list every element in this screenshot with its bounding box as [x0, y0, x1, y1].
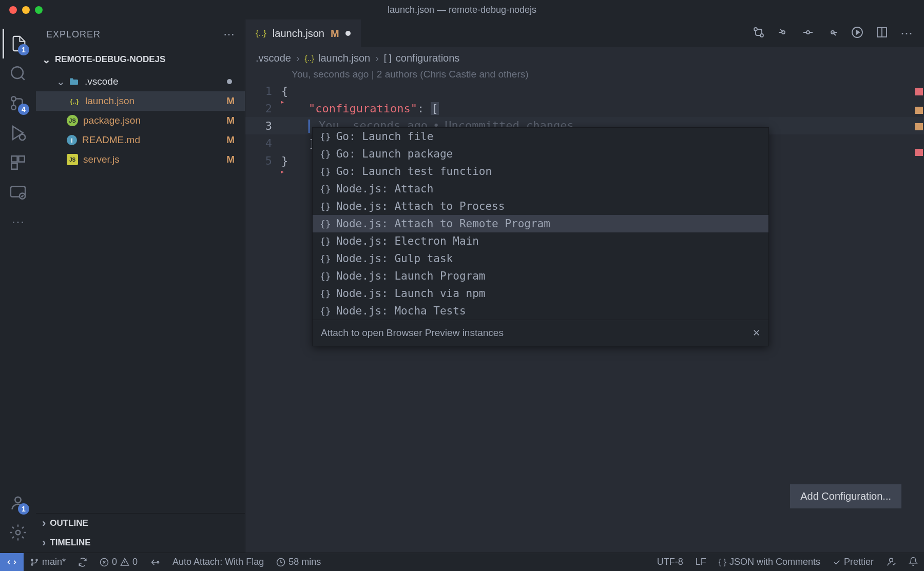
- tree-folder-vscode[interactable]: .vscode: [36, 72, 245, 91]
- more-activity[interactable]: ⋯: [3, 207, 33, 237]
- explorer-sidebar: EXPLORER ⋯ REMOTE-DEBUG-NODEJS .vscode {…: [36, 19, 245, 553]
- explorer-badge: 1: [18, 44, 29, 55]
- more-actions-icon[interactable]: ⋯: [900, 26, 913, 41]
- sb-live-share[interactable]: [144, 553, 166, 571]
- sb-branch[interactable]: main*: [24, 553, 72, 571]
- suggest-item[interactable]: {}Go: Launch test function: [313, 163, 768, 180]
- suggest-item[interactable]: {}Node.js: Mocha Tests: [313, 302, 768, 320]
- minimize-window-button[interactable]: [22, 6, 30, 14]
- snippet-icon: {}: [320, 288, 331, 299]
- sb-sync[interactable]: [72, 553, 93, 571]
- suggest-label: Node.js: Mocha Tests: [336, 305, 466, 317]
- tree-file-readme[interactable]: i README.md M: [36, 130, 245, 150]
- tree-file-server-js[interactable]: JS server.js M: [36, 150, 245, 169]
- explorer-activity[interactable]: 1: [3, 29, 33, 58]
- svg-point-11: [16, 530, 21, 535]
- suggest-label: Node.js: Attach to Remote Program: [336, 218, 550, 230]
- folding-arrow-icon[interactable]: ▸: [280, 167, 284, 175]
- chevron-right-icon: ›: [375, 52, 379, 64]
- breadcrumb-seg-folder[interactable]: .vscode: [256, 52, 291, 64]
- suggest-item[interactable]: {}Go: Launch file: [313, 128, 768, 145]
- sb-language-mode[interactable]: { } JSON with Comments: [713, 557, 826, 567]
- git-codelens[interactable]: You, seconds ago | 2 authors (Chris Cast…: [245, 69, 924, 80]
- remote-explorer-activity[interactable]: [3, 178, 33, 207]
- workspace-folder-header[interactable]: REMOTE-DEBUG-NODEJS: [36, 49, 245, 70]
- play-bug-icon: [9, 124, 27, 142]
- tree-label: README.md: [82, 134, 226, 146]
- snippet-icon: {}: [320, 219, 331, 229]
- breadcrumb-seg-symbol[interactable]: [ ] configurations: [384, 52, 460, 64]
- suggest-item[interactable]: {}Node.js: Attach to Remote Program: [313, 215, 768, 232]
- accounts-activity[interactable]: 1: [3, 488, 33, 518]
- maximize-window-button[interactable]: [35, 6, 43, 14]
- tree-label: .vscode: [85, 76, 245, 87]
- suggest-label: Node.js: Attach to Process: [336, 200, 505, 212]
- extensions-activity[interactable]: [3, 148, 33, 178]
- timeline-section-header[interactable]: TIMELINE: [36, 533, 245, 553]
- tree-file-package-json[interactable]: JS package.json M: [36, 111, 245, 130]
- git-commit-left-icon[interactable]: [777, 26, 790, 38]
- tree-label: server.js: [83, 154, 226, 165]
- extensions-icon: [9, 154, 27, 171]
- sidebar-more-icon[interactable]: ⋯: [223, 28, 235, 41]
- code-editor[interactable]: 1 { ▸ 2 "configurations": [ 3 You, secon…: [245, 82, 924, 553]
- svg-point-4: [20, 134, 25, 140]
- suggest-item[interactable]: {}Node.js: Launch Program: [313, 267, 768, 285]
- suggest-item[interactable]: {}Node.js: Launch via npm: [313, 285, 768, 302]
- workspace-folder-name: REMOTE-DEBUG-NODEJS: [55, 54, 165, 65]
- window-controls: [9, 6, 43, 14]
- remote-indicator[interactable]: [0, 553, 24, 571]
- sb-auto-attach[interactable]: Auto Attach: With Flag: [166, 553, 270, 571]
- outline-section-header[interactable]: OUTLINE: [36, 514, 245, 533]
- sb-time[interactable]: 58 mins: [270, 553, 327, 571]
- tab-launch-json[interactable]: {..} launch.json M: [245, 19, 361, 47]
- snippet-icon: {}: [320, 201, 331, 212]
- scm-badge: 4: [18, 104, 29, 115]
- breadcrumb[interactable]: .vscode › {..} launch.json › [ ] configu…: [245, 47, 924, 69]
- sb-prettier[interactable]: Prettier: [826, 557, 880, 567]
- bell-icon: [909, 557, 918, 566]
- suggest-item[interactable]: {}Node.js: Attach: [313, 180, 768, 198]
- settings-activity[interactable]: [3, 518, 33, 547]
- close-window-button[interactable]: [9, 6, 17, 14]
- intellisense-suggest-widget: {}Go: Launch file{}Go: Launch package{}G…: [312, 127, 769, 346]
- svg-point-1: [11, 96, 16, 101]
- suggest-label: Node.js: Attach: [336, 183, 434, 195]
- sb-eol[interactable]: LF: [689, 557, 713, 567]
- sync-icon: [78, 558, 87, 567]
- dirty-dot-icon: [345, 31, 351, 36]
- git-commit-right-icon[interactable]: [826, 26, 839, 38]
- snippet-icon: {}: [320, 131, 331, 142]
- suggest-label: Go: Launch package: [336, 148, 453, 160]
- sb-encoding[interactable]: UTF-8: [651, 557, 689, 567]
- sb-errors[interactable]: 0 0: [93, 553, 144, 571]
- sb-feedback[interactable]: [880, 557, 902, 567]
- debug-activity[interactable]: [3, 118, 33, 148]
- add-configuration-button[interactable]: Add Configuration...: [790, 484, 901, 508]
- remote-icon: [9, 184, 27, 201]
- git-compare-icon[interactable]: [753, 26, 765, 38]
- scm-activity[interactable]: 4: [3, 88, 33, 118]
- folding-arrow-icon[interactable]: ▸: [280, 97, 284, 106]
- run-icon[interactable]: [851, 26, 863, 38]
- suggest-item[interactable]: {}Node.js: Electron Main: [313, 232, 768, 250]
- file-tree: .vscode {..} launch.json M JS package.js…: [36, 70, 245, 513]
- sidebar-title: EXPLORER: [46, 29, 101, 40]
- git-commit-icon[interactable]: [802, 26, 814, 38]
- suggest-item[interactable]: {}Node.js: Attach to Process: [313, 198, 768, 215]
- svg-point-20: [31, 564, 33, 565]
- line-number: 4: [245, 137, 281, 150]
- suggest-item[interactable]: {}Node.js: Gulp task: [313, 250, 768, 267]
- search-activity[interactable]: [3, 58, 33, 88]
- sb-notifications[interactable]: [902, 557, 924, 566]
- breadcrumb-seg-file[interactable]: {..} launch.json: [305, 52, 371, 64]
- tree-file-launch-json[interactable]: {..} launch.json M: [36, 91, 245, 111]
- line-number: 3: [245, 120, 281, 132]
- line-number: 2: [245, 102, 281, 115]
- svg-rect-5: [11, 156, 17, 162]
- svg-point-12: [754, 28, 757, 31]
- snippet-icon: {}: [320, 253, 331, 264]
- close-icon[interactable]: ✕: [753, 327, 760, 339]
- split-editor-icon[interactable]: [876, 26, 888, 38]
- suggest-item[interactable]: {}Go: Launch package: [313, 145, 768, 163]
